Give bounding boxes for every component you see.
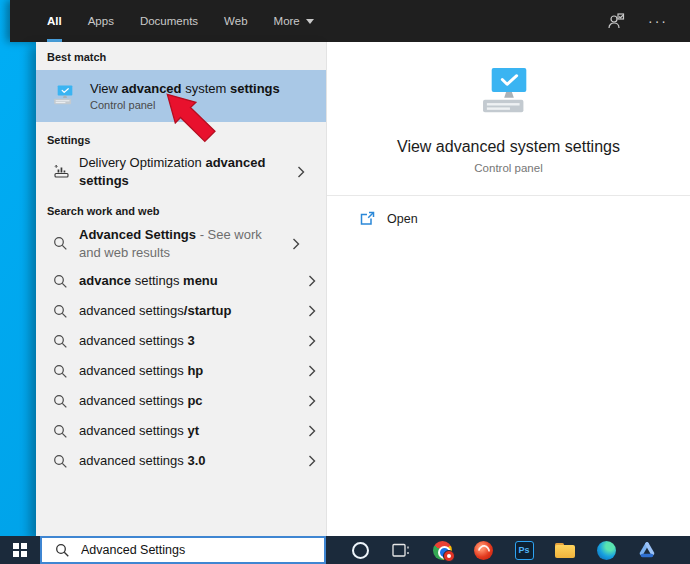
- open-action[interactable]: Open: [327, 196, 690, 226]
- chevron-right-icon: [306, 395, 318, 407]
- search-icon: [53, 236, 70, 251]
- red-arrow-annotation: [166, 93, 222, 153]
- taskbar-search-box[interactable]: [40, 536, 326, 564]
- open-action-label: Open: [387, 212, 418, 226]
- system-settings-icon: [52, 85, 78, 107]
- chevron-right-icon: [306, 365, 318, 377]
- web-suggestion-label: advanced settings yt: [79, 422, 300, 440]
- best-match-header: Best match: [47, 51, 326, 63]
- chevron-right-icon: [306, 425, 318, 437]
- tab-documents[interactable]: Documents: [140, 0, 198, 42]
- search-icon: [53, 334, 70, 349]
- chevron-down-icon: [306, 19, 314, 24]
- photoshop-icon[interactable]: Ps: [514, 540, 534, 560]
- web-suggestion-label: advanced settings pc: [79, 392, 300, 410]
- search-icon: [53, 424, 70, 439]
- web-search-primary-result[interactable]: Advanced Settings - See work and web res…: [36, 221, 326, 266]
- start-button[interactable]: [0, 536, 40, 564]
- chevron-right-icon: [306, 335, 318, 347]
- result-preview-panel: View advanced system settings Control pa…: [326, 42, 690, 536]
- web-suggestion-row[interactable]: advanced settings 3.0: [36, 446, 326, 476]
- taskbar: Ps: [0, 536, 690, 564]
- edge-icon[interactable]: [596, 540, 616, 560]
- search-icon: [53, 364, 70, 379]
- chevron-right-icon: [306, 305, 318, 317]
- tab-all[interactable]: All: [47, 0, 62, 42]
- task-view-icon[interactable]: [391, 540, 411, 560]
- tab-more-label: More: [274, 15, 300, 27]
- web-search-primary-label: Advanced Settings - See work and web res…: [79, 226, 284, 261]
- account-icon[interactable]: [606, 11, 626, 31]
- preview-subtitle: Control panel: [327, 162, 690, 174]
- search-icon: [53, 394, 70, 409]
- search-icon: [53, 274, 70, 289]
- cortana-icon[interactable]: [350, 540, 370, 560]
- search-icon: [53, 454, 70, 469]
- web-suggestion-label: advanced settings/startup: [79, 302, 300, 320]
- tab-apps[interactable]: Apps: [88, 0, 114, 42]
- web-suggestion-row[interactable]: advanced settings hp: [36, 356, 326, 386]
- web-suggestion-row[interactable]: advance settings menu: [36, 266, 326, 296]
- windows-logo-icon: [13, 543, 28, 558]
- web-suggestion-label: advanced settings 3.0: [79, 452, 300, 470]
- preview-title: View advanced system settings: [327, 138, 690, 156]
- settings-result-delivery-optimization[interactable]: Delivery Optimization advanced settings: [36, 149, 326, 194]
- more-options-icon[interactable]: ···: [648, 16, 668, 26]
- search-icon: [55, 543, 70, 558]
- web-suggestion-row[interactable]: advanced settings/startup: [36, 296, 326, 326]
- web-suggestion-row[interactable]: advanced settings yt: [36, 416, 326, 446]
- search-web-section-header: Search work and web: [47, 205, 326, 217]
- chevron-right-icon: [295, 166, 307, 178]
- web-suggestion-row[interactable]: advanced settings 3: [36, 326, 326, 356]
- taskbar-search-input[interactable]: [79, 542, 303, 558]
- open-external-icon: [360, 211, 375, 226]
- web-suggestion-row[interactable]: advanced settings pc: [36, 386, 326, 416]
- delivery-optimization-icon: [53, 163, 70, 180]
- chrome-notification-badge: [443, 550, 455, 562]
- tab-apps-label: Apps: [88, 15, 114, 27]
- settings-result-label: Delivery Optimization advanced settings: [79, 154, 289, 189]
- tab-documents-label: Documents: [140, 15, 198, 27]
- taskbar-icon-strip: Ps: [326, 536, 690, 564]
- red-browser-icon[interactable]: [473, 540, 493, 560]
- tab-web[interactable]: Web: [224, 0, 247, 42]
- tab-more[interactable]: More: [274, 0, 314, 42]
- search-tabs-bar: All Apps Documents Web More ···: [10, 0, 690, 42]
- search-icon: [53, 304, 70, 319]
- blue-app-icon[interactable]: [637, 540, 657, 560]
- tab-strip: All Apps Documents Web More: [47, 0, 314, 42]
- web-suggestion-label: advance settings menu: [79, 272, 300, 290]
- chevron-right-icon: [306, 455, 318, 467]
- system-settings-icon-large: [478, 68, 540, 118]
- web-suggestion-label: advanced settings hp: [79, 362, 300, 380]
- file-explorer-icon[interactable]: [555, 540, 575, 560]
- chevron-right-icon: [306, 275, 318, 287]
- tab-web-label: Web: [224, 15, 247, 27]
- chrome-icon[interactable]: [432, 540, 452, 560]
- chevron-right-icon: [290, 238, 302, 250]
- tab-all-label: All: [47, 15, 62, 27]
- windows-search-screen: All Apps Documents Web More ··· Best mat…: [0, 0, 690, 564]
- web-suggestion-label: advanced settings 3: [79, 332, 300, 350]
